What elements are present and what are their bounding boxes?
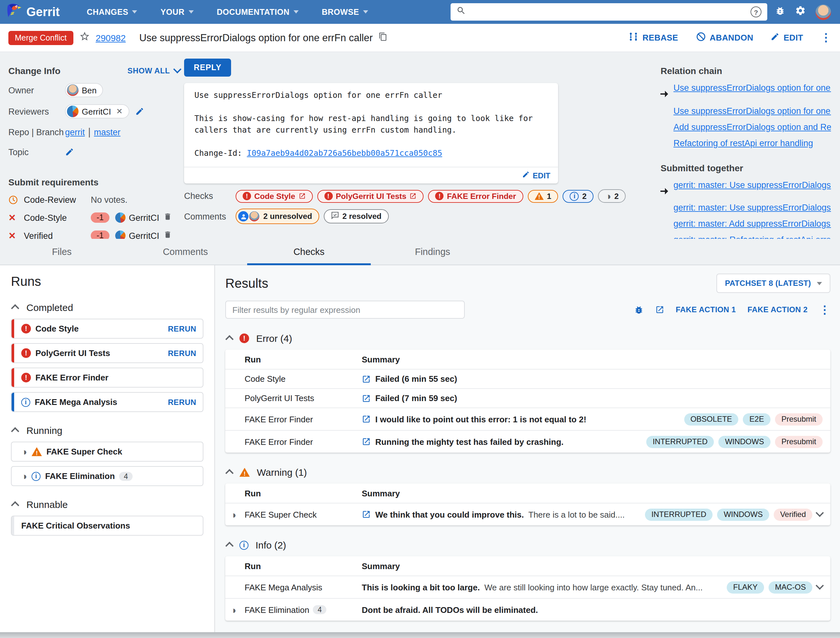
abandon-button[interactable]: ABANDON [695,32,753,44]
remove-reviewer-icon[interactable]: ✕ [116,107,123,116]
error-section-header[interactable]: Error (4) [227,333,831,344]
rebase-button[interactable]: REBASE [628,32,678,44]
run-card-fake-mega-analysis[interactable]: FAKE Mega Analysis RERUN [11,392,204,412]
edit-topic-icon[interactable] [65,147,74,156]
warning-count-chip[interactable]: 1 [527,190,558,202]
relation-chain-item: Add suppressErrorDialogs option and Resp… [660,119,831,136]
rerun-button[interactable]: RERUN [168,349,196,358]
gerrit-logo[interactable]: Gerrit [6,3,60,21]
tag: Verified [774,508,812,521]
comment-check-icon [331,211,339,221]
settings-gear-icon[interactable] [795,5,806,19]
show-all-button[interactable]: SHOW ALL [128,66,180,75]
result-row[interactable]: PolyGerrit UI Tests Failed (7 min 59 sec… [225,388,831,407]
warning-section-header[interactable]: Warning (1) [227,467,831,478]
check-chip-polygerrit-ui-tests[interactable]: PolyGerrit UI Tests [317,190,424,202]
horizontal-scrollbar[interactable] [0,632,840,638]
topic-row: Topic [8,145,184,158]
star-icon[interactable] [79,31,90,44]
bug-report-icon[interactable] [775,5,785,18]
code-review-requirement: Code-Review No votes. [8,195,184,205]
completed-section-header[interactable]: Completed [12,302,204,313]
help-icon[interactable]: ? [750,6,761,17]
external-link-icon[interactable] [362,510,371,519]
nav-documentation[interactable]: DOCUMENTATION [216,7,298,16]
gerritci-avatar [115,231,126,239]
reviewer-chip[interactable]: GerritCI✕ [65,104,129,118]
runnable-section-header[interactable]: Runnable [12,499,204,510]
unresolved-comments-chip[interactable]: 2 unresolved [235,208,319,224]
result-row[interactable]: ◑ FAKE Super Check We think that you cou… [225,503,831,525]
external-link-icon[interactable] [655,305,664,314]
runs-panel: Runs Completed Code Style RERUN PolyGerr… [0,265,215,632]
delete-vote-icon[interactable] [164,212,172,223]
check-chip-code-style[interactable]: Code Style [235,190,313,202]
rerun-button[interactable]: RERUN [168,324,196,333]
checks-content: Runs Completed Code Style RERUN PolyGerr… [0,265,840,632]
run-card-fake-error-finder[interactable]: FAKE Error Finder [11,368,204,388]
nav-changes[interactable]: CHANGES [87,7,137,16]
tag: Presubmit [775,436,823,448]
copy-icon[interactable] [379,32,387,43]
table-header-row: Run Summary [225,350,831,369]
search-bar[interactable]: ? [451,3,767,21]
reviewers-row: Reviewers GerritCI✕ [8,104,184,118]
owner-chip[interactable]: Ben [65,83,103,97]
change-id-link[interactable]: I09a7aeb9a4d02ab726a56bebb00a571cca050c8… [247,149,442,158]
filter-input[interactable] [225,301,465,319]
reply-button[interactable]: REPLY [184,58,231,77]
check-chip-fake-error-finder[interactable]: FAKE Error Finder [428,190,523,202]
edit-button[interactable]: EDIT [771,32,803,43]
bug-report-icon[interactable] [634,305,644,314]
result-row[interactable]: Code Style Failed (6 min 55 sec) [225,369,831,388]
nav-icons [775,4,831,20]
error-icon [21,348,31,358]
run-card-fake-critical-observations[interactable]: FAKE Critical Observations [11,516,204,535]
edit-commit-button[interactable]: EDIT [533,171,550,180]
external-link-icon[interactable] [362,394,371,403]
external-link-icon[interactable] [362,415,371,423]
run-card-fake-elimination[interactable]: ◑ FAKE Elimination 4 [11,466,204,486]
run-card-code-style[interactable]: Code Style RERUN [11,319,204,339]
info-section-header[interactable]: Info (2) [227,540,831,550]
info-count-chip[interactable]: 2 [563,190,594,202]
repo-link[interactable]: gerrit [65,127,85,137]
expand-chevron-icon[interactable] [816,581,824,589]
current-arrow-icon [660,81,673,103]
tab-files[interactable]: Files [0,239,123,265]
chevron-up-icon [11,304,19,312]
fake-action-1-button[interactable]: FAKE ACTION 1 [676,305,736,314]
submitted-together-item: gerrit: master: Use suppressErrorDialogs… [660,200,831,216]
result-row[interactable]: ◑ FAKE Elimination4 Dont be afraid. All … [225,598,831,621]
tab-comments[interactable]: Comments [123,239,247,265]
search-input[interactable] [471,6,746,17]
change-number-link[interactable]: 290982 [96,33,126,43]
nav-your[interactable]: YOUR [161,7,194,16]
attempt-count-badge: 4 [313,605,326,614]
running-count-chip[interactable]: ◑ 2 [598,189,626,203]
no-votes-note: No votes. [91,195,128,205]
more-options-icon[interactable]: ⋮ [821,31,832,44]
nav-browse[interactable]: BROWSE [322,7,368,16]
error-results-table: Run Summary Code Style Failed (6 min 55 … [225,350,831,453]
result-row[interactable]: FAKE Error Finder Running the mighty tes… [225,430,831,453]
running-section-header[interactable]: Running [12,425,204,436]
resolved-comments-chip[interactable]: 2 resolved [324,209,389,223]
run-card-fake-super-check[interactable]: ◑ FAKE Super Check [11,442,204,461]
edit-reviewers-icon[interactable] [135,107,144,116]
rerun-button[interactable]: RERUN [168,398,196,407]
tab-findings[interactable]: Findings [371,239,494,265]
external-link-icon[interactable] [362,437,371,446]
expand-chevron-icon[interactable] [816,509,824,516]
fake-action-2-button[interactable]: FAKE ACTION 2 [748,305,808,314]
run-card-polygerrit-ui-tests[interactable]: PolyGerrit UI Tests RERUN [11,343,204,363]
patchset-dropdown[interactable]: PATCHSET 8 (LATEST) [717,273,831,293]
result-row[interactable]: FAKE Mega Analysis This is looking a bit… [225,576,831,598]
external-link-icon[interactable] [362,374,371,384]
user-avatar[interactable] [816,4,831,20]
tab-checks[interactable]: Checks [247,239,371,265]
result-row[interactable]: FAKE Error Finder I would like to point … [225,407,831,430]
more-options-icon[interactable]: ⋮ [819,303,831,316]
branch-link[interactable]: master [94,127,121,137]
delete-vote-icon[interactable] [164,231,172,239]
